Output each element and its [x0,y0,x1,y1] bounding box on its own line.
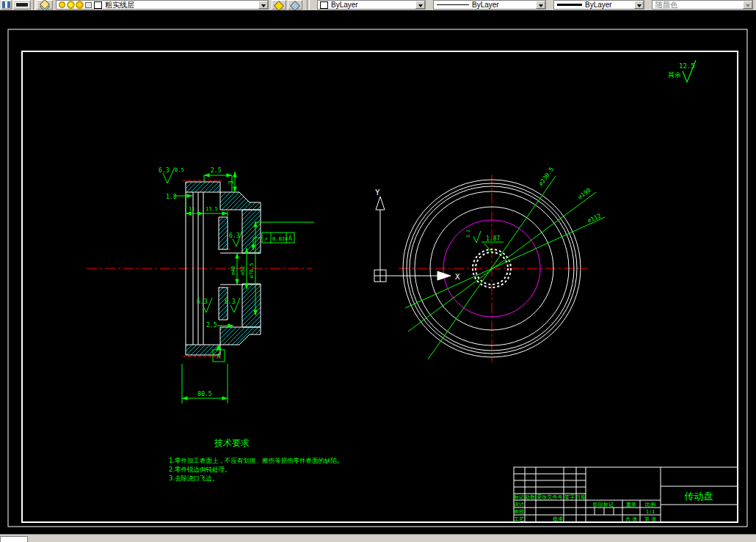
tb-weight: 重量 [626,502,636,508]
layer-on-icon[interactable] [59,1,65,8]
tech-requirements[interactable]: 技术要求 1.零件加工表面上，不应有划痕、擦伤等损伤零件表面的缺陷。 2.零件锐… [169,438,344,482]
lineweight-combo-arrow[interactable] [634,1,644,9]
tech-req-line3: 3.去除浇口飞边。 [169,475,219,482]
drawing-canvas[interactable]: 其余 12.5 [0,10,756,534]
lineweight-combo[interactable]: ByLayer [553,0,644,10]
tb-stage: 阶段标记 [593,502,614,508]
layer-lock-icon[interactable] [85,2,92,8]
lineweight-value: ByLayer [585,1,612,9]
datum-letter[interactable]: A [217,354,221,360]
title-block-texts: 标记 处数 更改文件号 签字 日期 设计 审核 工艺 批准 阶段标记 重量 比例… [513,491,713,522]
tb-check: 审核 [514,509,524,515]
dim-rough-bore[interactable]: 6.3 [229,232,240,239]
tb-approve: 批准 [553,516,563,522]
general-roughness-note[interactable]: 其余 12.5 [668,60,696,82]
dim-rough-br[interactable]: 6.3 [225,299,236,305]
make-current-icon [274,1,284,11]
gdt-datum-text[interactable]: A [288,235,292,242]
toolbar-button-2[interactable] [13,0,31,10]
gdt-value-text[interactable]: 0.024 [272,236,288,242]
dim-dia-52[interactable]: ⌀52 [240,266,246,276]
roughness-prefix-text: 其余 [668,71,681,78]
color-chip [320,1,328,9]
ucs-x-arrow [437,271,451,280]
tb-sheet-total: 共 张 [625,516,637,522]
ucs-x-label: X [455,272,460,282]
dim-80-5[interactable]: 80.5 [197,391,211,398]
ucs-icon: Y X [374,188,460,282]
layer-manager-button[interactable] [37,0,53,10]
linetype-combo-arrow[interactable] [536,1,545,9]
toolbar-separator-2 [307,0,310,10]
front-view[interactable]: ⌀230.5 ⌀190 ⌀112 1.87 3.2 Y X [374,166,605,362]
grid-icon [2,1,10,8]
tb-process: 工艺 [514,516,524,522]
linetype-value: ByLayer [472,1,499,9]
layer-previous-icon [290,1,300,11]
layer-previous-button[interactable] [288,0,302,10]
plotstyle-value: 随颜色 [655,0,677,10]
layer-name: 粗实线层 [105,0,134,10]
dim-dia-40[interactable]: ⌀40 [230,266,236,276]
dim-rough-bl[interactable]: 6.3 [197,299,208,305]
tb-design: 设计 [514,502,524,508]
tech-req-line2: 2.零件锐边倒钝处理。 [169,466,231,473]
layer-color-chip [94,1,102,9]
gdt-symbol-text[interactable]: ↗ [264,235,268,242]
toolbar-button-1[interactable] [1,0,12,10]
dim-rough-top[interactable]: 6.3 [159,167,170,174]
tb-sheet-no: 第 张 [644,516,656,522]
cad-application-window: 粗实线层 ByLayer ByLayer ByLayer 随颜色 [0,0,756,542]
plotstyle-combo[interactable]: 随颜色 [652,0,753,10]
color-combo[interactable]: ByLayer [317,0,426,10]
dim-0-5[interactable]: 0.5 [175,167,184,173]
section-view[interactable]: 6.3 0.5 2.5 3 1.8 11 13.5 6.3 ↗ 0.024 A … [87,167,314,403]
make-layer-current-button[interactable] [272,0,286,10]
tb-date: 日期 [575,494,586,500]
tb-mark: 标记 [513,494,524,500]
tb-count: 处数 [525,494,536,500]
layer-combo[interactable]: 粗实线层 [56,0,269,10]
display-icon [15,2,29,7]
color-value: ByLayer [331,1,358,9]
layer-vpthaw-icon[interactable] [76,1,83,8]
sheet-border[interactable] [8,29,747,527]
toolbar-separator [33,0,36,10]
layer-thaw-icon[interactable] [68,1,74,8]
lineweight-glyph [557,4,582,6]
dim-dia-hub[interactable]: ⌀112 [586,212,602,224]
title-block[interactable]: 标记 处数 更改文件号 签字 日期 设计 审核 工艺 批准 阶段标记 重量 比例… [513,467,738,522]
dim-1-8[interactable]: 1.8 [166,194,177,200]
status-strip [0,534,756,542]
command-line-edge[interactable] [0,536,28,542]
dim-11[interactable]: 11 [189,206,195,212]
dim-13-5[interactable]: 13.5 [206,206,218,212]
dim-dia-outer[interactable]: ⌀230.5 [537,166,555,187]
dim-spline[interactable]: 1.87 [486,235,500,242]
tb-scale: 比例 [645,502,655,508]
tb-sign: 签字 [564,494,575,500]
linetype-combo[interactable]: ByLayer [433,0,546,10]
linetype-glyph [437,4,469,5]
tb-part-name: 传动盘 [684,491,713,502]
dim-dia-76-5[interactable]: ⌀76.5 [249,263,255,278]
dim-spline-rough[interactable]: 3.2 [465,230,470,238]
dim-2-5-bottom[interactable]: 2.5 [206,322,217,329]
tb-file: 更改文件号 [537,494,563,500]
dim-2-5-top[interactable]: 2.5 [211,167,222,174]
plotstyle-combo-arrow [743,1,752,9]
layer-combo-arrow[interactable] [258,1,268,9]
tech-req-title: 技术要求 [214,438,250,448]
tech-req-line1: 1.零件加工表面上，不应有划痕、擦伤等损伤零件表面的缺陷。 [169,457,344,464]
dim-dia-bolt[interactable]: ⌀190 [577,187,592,201]
dim-3[interactable]: 3 [228,180,235,184]
toolbar: 粗实线层 ByLayer ByLayer ByLayer 随颜色 [0,0,756,11]
ucs-y-arrow [376,197,385,210]
color-combo-arrow[interactable] [415,1,425,9]
spline-rough-check-icon [473,231,481,243]
ucs-y-label: Y [375,188,380,197]
tb-scale-value: 1:1 [646,509,655,515]
